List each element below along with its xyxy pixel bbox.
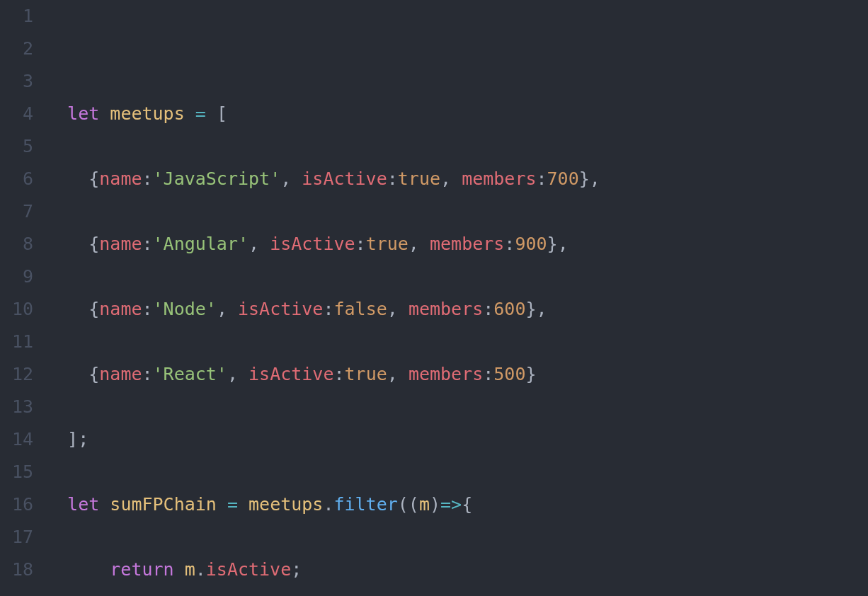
code-editor[interactable]: 1 2 3 4 5 6 7 8 9 10 11 12 13 14 15 16 1… (0, 0, 868, 596)
brace-open: { (88, 299, 99, 319)
comma: , (227, 364, 238, 384)
paren-open: ( (409, 494, 419, 515)
paren-close: ) (430, 494, 440, 515)
colon: : (387, 168, 398, 189)
line-number: 10 (0, 293, 33, 326)
keyword-let: let (67, 494, 99, 515)
colon: : (504, 234, 515, 254)
comma: , (387, 299, 398, 319)
comma: , (249, 234, 259, 254)
number-literal: 500 (493, 364, 525, 384)
property: members (409, 299, 483, 319)
line-number: 8 (0, 228, 33, 260)
colon: : (142, 234, 153, 254)
operator-equals: = (195, 103, 206, 124)
code-line: ]; (46, 423, 868, 456)
comma: , (590, 168, 600, 189)
dot: . (195, 559, 206, 580)
method-call: filter (333, 494, 397, 515)
brace-close: } (525, 364, 536, 384)
paren-open: ( (398, 494, 409, 515)
property: isActive (249, 364, 333, 384)
code-line: {name:'React', isActive:true, members:50… (46, 358, 868, 391)
property: isActive (270, 234, 355, 254)
line-number: 18 (0, 554, 33, 586)
code-line: {name:'JavaScript', isActive:true, membe… (46, 163, 868, 195)
line-number-gutter: 1 2 3 4 5 6 7 8 9 10 11 12 13 14 15 16 1… (0, 0, 46, 596)
brace-open: { (88, 364, 99, 384)
string-literal: 'JavaScript' (153, 168, 281, 189)
brace-close: } (525, 299, 536, 319)
brace-close: } (579, 168, 590, 189)
colon: : (323, 299, 333, 319)
comma: , (440, 168, 451, 189)
keyword-let: let (67, 103, 99, 124)
comma: , (409, 234, 419, 254)
line-number: 13 (0, 391, 33, 423)
colon: : (355, 234, 366, 254)
semicolon: ; (78, 429, 88, 449)
boolean-literal: true (398, 168, 440, 189)
line-number: 1 (0, 0, 33, 33)
identifier: meetups (249, 494, 323, 515)
colon: : (142, 168, 153, 189)
line-number: 15 (0, 456, 33, 488)
line-number: 5 (0, 130, 33, 163)
property: isActive (302, 168, 387, 189)
property: name (99, 234, 142, 254)
code-line: let sumFPChain = meetups.filter((m)=>{ (46, 488, 868, 521)
code-line: {name:'Node', isActive:false, members:60… (46, 293, 868, 326)
brace-open: { (88, 168, 99, 189)
number-literal: 600 (493, 299, 525, 319)
colon: : (333, 364, 344, 384)
string-literal: 'Node' (153, 299, 217, 319)
property: name (99, 168, 142, 189)
property: isActive (238, 299, 323, 319)
property: name (99, 364, 142, 384)
code-line: return m.isActive; (46, 554, 868, 586)
line-number: 4 (0, 98, 33, 130)
code-line (46, 33, 868, 65)
keyword-return: return (110, 559, 173, 580)
property: isActive (206, 559, 291, 580)
line-number: 7 (0, 195, 33, 228)
boolean-literal: true (366, 234, 409, 254)
line-number: 16 (0, 488, 33, 521)
code-line: let meetups = [ (46, 98, 868, 130)
dot: . (323, 494, 333, 515)
comma: , (537, 299, 547, 319)
boolean-literal: false (333, 299, 387, 319)
identifier: sumFPChain (110, 494, 217, 515)
string-literal: 'React' (153, 364, 227, 384)
colon: : (142, 364, 153, 384)
bracket-close: ] (67, 429, 78, 449)
arrow: => (440, 494, 462, 515)
semicolon: ; (291, 559, 302, 580)
line-number: 14 (0, 423, 33, 456)
colon: : (483, 364, 493, 384)
code-line: {name:'Angular', isActive:true, members:… (46, 228, 868, 260)
colon: : (483, 299, 493, 319)
bracket-open: [ (217, 103, 227, 124)
number-literal: 900 (515, 234, 547, 254)
line-number: 6 (0, 163, 33, 195)
line-number: 12 (0, 358, 33, 391)
line-number: 2 (0, 33, 33, 65)
line-number: 11 (0, 326, 33, 358)
identifier: m (185, 559, 195, 580)
property: members (430, 234, 504, 254)
identifier: meetups (110, 103, 184, 124)
comma: , (558, 234, 569, 254)
parameter: m (419, 494, 430, 515)
comma: , (387, 364, 398, 384)
line-number: 3 (0, 65, 33, 98)
property: members (462, 168, 536, 189)
comma: , (280, 168, 291, 189)
brace-close: } (547, 234, 558, 254)
brace-open: { (462, 494, 472, 515)
property: name (99, 299, 142, 319)
property: members (409, 364, 483, 384)
code-area[interactable]: let meetups = [ {name:'JavaScript', isAc… (46, 0, 868, 596)
string-literal: 'Angular' (153, 234, 249, 254)
line-number: 9 (0, 260, 33, 293)
